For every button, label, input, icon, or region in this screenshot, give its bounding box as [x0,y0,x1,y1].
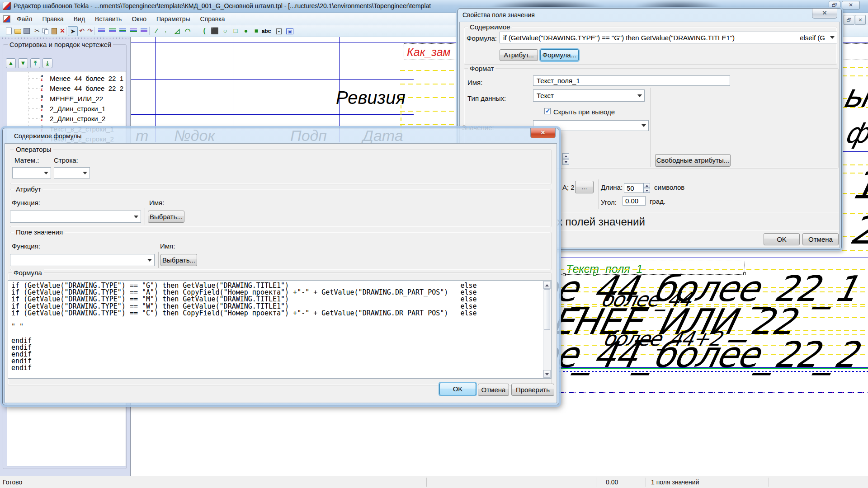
formula-ok-button[interactable]: OK [439,383,476,395]
toolbar-separator [94,27,94,35]
draw-filled-rect-icon[interactable]: ■ [251,26,261,36]
yellow-dash [400,70,458,71]
attr-choose-button[interactable]: Выбрать... [148,211,184,223]
canvas-bigtext[interactable]: более_44+2 [601,327,723,350]
draw-flag-icon[interactable]: ⬛ [210,26,220,36]
move-bottom-button[interactable]: ⤓ [42,58,52,68]
name-label: Имя: [467,79,482,86]
separator [651,88,651,167]
menu-item-6[interactable]: Параметры [151,13,195,25]
operators-group-label: Операторы [14,145,53,153]
ellipsis-button[interactable]: ... [575,181,594,193]
free-attributes-button[interactable]: Свободные атрибуты... [655,154,731,167]
draw-polygon-icon[interactable]: ◿ [172,26,182,36]
vf-choose-button[interactable]: Выбрать... [160,254,197,266]
name-input[interactable]: Текст_поля_1 [533,75,730,86]
formula-label: Формула: [467,34,497,42]
formula-dialog-titlebar[interactable]: Содержимое формулы [3,128,559,141]
new-icon[interactable] [4,26,14,36]
scroll-thumb[interactable] [544,289,550,330]
attr-function-label: Функция: [12,199,40,206]
vf-function-label: Функция: [12,242,40,250]
align-icon-4[interactable] [128,26,138,36]
draw-rect-icon[interactable]: □ [231,26,241,36]
scrollbar[interactable] [543,281,551,378]
draw-polyline-icon[interactable]: ⌐ [162,26,172,36]
tree-item[interactable]: azМенее_44_более_22_2 [7,84,125,93]
props-cancel-button[interactable]: Отмена [802,233,839,245]
menu-item-3[interactable]: Вид [69,13,90,25]
type-combobox[interactable]: Текст [533,89,645,102]
formula-button[interactable]: Формула... [540,49,579,61]
props-ok-button[interactable]: OK [764,233,800,245]
length-input[interactable]: 50 [624,183,645,192]
menu-item-2[interactable]: Правка [37,13,68,25]
tree-item-label: Менее_44_более_22_1 [50,75,123,82]
align-icon-3[interactable] [118,26,127,36]
menu-item-1[interactable]: Файл [12,13,37,25]
chevron-down-icon [637,94,642,97]
string-combobox[interactable] [54,167,90,178]
image-tool-icon[interactable]: ▣ [285,26,295,36]
open-icon[interactable] [13,26,23,36]
hidden-spinner[interactable] [562,153,569,165]
attr-function-combobox[interactable] [10,211,141,223]
canvas-bigtext-fragment[interactable]: ф [842,117,868,150]
dock-dots [1,38,129,39]
length-spinner[interactable] [643,183,650,193]
length-label: Длина: [601,183,623,191]
move-up-button[interactable]: ▲ [6,58,16,68]
math-label: Матем.: [14,156,39,164]
formula-cancel-button[interactable]: Отмена [478,384,509,396]
draw-circle-icon[interactable]: ○ [220,26,230,36]
tree-item[interactable]: azМенее_44_более_22_1 [7,74,125,83]
formula-combobox[interactable]: if (GetValue("DRAWING.TYPE") == "G") the… [500,32,837,43]
hide-on-output-label: Скрыть при выводе [553,108,615,116]
tree-item[interactable]: az2_Длин_строки_2 [7,114,125,123]
angle-input[interactable]: 0.00 [623,196,646,206]
draw-curve-icon[interactable]: ( [199,26,209,36]
valuefield-group-label: Поле значения [14,228,65,236]
canvas-bigtext-fragment[interactable]: 1 [848,163,868,207]
draw-line-icon[interactable]: ∕ [151,26,161,36]
yellow-dash [400,111,458,112]
draw-arc-icon[interactable]: ◠ [183,26,193,36]
vf-function-combobox[interactable] [10,254,155,266]
redo-icon[interactable]: ↷ [85,26,95,36]
scroll-up-button[interactable] [543,281,551,289]
mdi-close-button[interactable]: ✕ [855,15,866,25]
move-top-button[interactable]: ⤒ [30,58,40,68]
formula-code-editor[interactable]: if (GetValue("DRAWING.TYPE") == "G") the… [8,280,552,379]
props-dialog-titlebar[interactable]: Свойства поля значения [458,9,841,22]
formula-content-dialog: Содержимое формулы ✕ Операторы Матем.: С… [2,128,559,405]
mdi-restore-button[interactable]: 🗗 [844,15,854,25]
select-cursor-icon[interactable]: ➤ [68,26,78,36]
canvas-text-revision[interactable]: Ревизия [336,88,406,108]
attribute-button[interactable]: Атрибут... [500,49,538,61]
canvas-bigtext-fragment[interactable]: ы [840,77,868,115]
hide-on-output-checkbox[interactable] [544,108,551,114]
formula-tail: elseif (G [800,34,825,42]
draw-filled-circle-icon[interactable]: ● [241,26,251,36]
align-icon-5[interactable] [139,26,149,36]
text-tool-icon[interactable]: abc [261,26,271,36]
menu-item-4[interactable]: Вставить [90,13,127,25]
align-icon-1[interactable] [96,26,106,36]
scroll-down-button[interactable] [543,370,551,378]
align-icon-2[interactable] [107,26,117,36]
math-combobox[interactable] [12,167,51,178]
canvas-bigtext-fragment[interactable]: 2 [846,208,868,253]
point-tool-icon[interactable]: ▪ [274,26,284,36]
mdi-document-icon [3,15,10,23]
close-button[interactable]: ✕ [842,1,860,9]
canvas-text-red-label[interactable]: Как_зам [407,46,451,59]
menu-item-7[interactable]: Справка [195,13,230,25]
formula-verify-button[interactable]: Проверить [511,384,554,396]
tree-item[interactable]: azМЕНЕЕ_ИЛИ_22 [7,94,125,103]
move-down-button[interactable]: ▼ [18,58,28,68]
menu-item-5[interactable]: Окно [127,13,151,25]
props-close-button[interactable]: ✕ [812,9,837,19]
tree-connector [28,108,40,109]
formula-close-button[interactable]: ✕ [530,128,556,138]
tree-item[interactable]: az2_Длин_строки_1 [7,104,125,113]
